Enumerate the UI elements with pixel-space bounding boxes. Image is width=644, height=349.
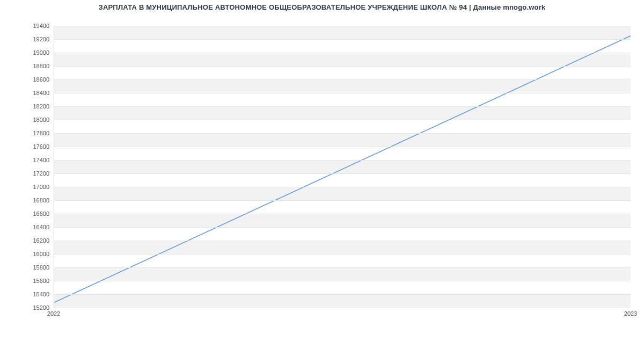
y-tick-label: 18000 [6, 117, 49, 123]
y-gridline [54, 26, 631, 26]
chart-title: ЗАРПЛАТА В МУНИЦИПАЛЬНОЕ АВТОНОМНОЕ ОБЩЕ… [0, 3, 644, 11]
y-tick-label: 15600 [6, 278, 49, 284]
y-gridline [54, 254, 631, 255]
plot-area [54, 26, 631, 308]
y-tick-label: 16400 [6, 224, 49, 230]
y-tick-label: 18400 [6, 90, 49, 96]
y-gridline [54, 147, 631, 147]
y-tick-label: 19000 [6, 49, 49, 56]
y-gridline [54, 160, 631, 161]
y-tick-label: 17800 [6, 130, 49, 136]
y-tick-label: 18200 [6, 103, 49, 110]
y-gridline [54, 39, 631, 40]
y-tick-label: 16200 [6, 237, 49, 244]
y-tick-label: 15200 [6, 304, 49, 311]
y-tick-label: 17000 [6, 184, 49, 190]
y-gridline [54, 120, 631, 120]
y-tick-label: 19400 [6, 23, 49, 29]
y-tick-label: 15800 [6, 264, 49, 271]
y-gridline [54, 173, 631, 174]
y-gridline [54, 93, 631, 93]
y-gridline [54, 227, 631, 228]
y-gridline [54, 294, 631, 295]
y-gridline [54, 308, 631, 308]
y-gridline [54, 79, 631, 80]
y-tick-label: 17600 [6, 143, 49, 150]
y-gridline [54, 200, 631, 201]
y-tick-label: 16000 [6, 251, 49, 257]
y-gridline [54, 53, 631, 53]
x-tick-label: 2023 [624, 310, 637, 317]
y-tick-label: 19200 [6, 36, 49, 42]
y-tick-label: 18800 [6, 63, 49, 69]
y-tick-label: 15400 [6, 291, 49, 297]
y-tick-label: 16800 [6, 197, 49, 203]
x-tick-label: 2022 [47, 310, 60, 317]
y-gridline [54, 267, 631, 268]
y-gridline [54, 281, 631, 281]
line-series [54, 36, 631, 303]
y-tick-label: 18600 [6, 76, 49, 83]
y-gridline [54, 241, 631, 241]
chart-series [54, 26, 631, 307]
y-tick-label: 17200 [6, 170, 49, 177]
y-gridline [54, 66, 631, 67]
salary-line-chart: ЗАРПЛАТА В МУНИЦИПАЛЬНОЕ АВТОНОМНОЕ ОБЩЕ… [0, 0, 644, 349]
y-gridline [54, 214, 631, 214]
y-tick-label: 17400 [6, 157, 49, 163]
y-gridline [54, 106, 631, 107]
y-gridline [54, 133, 631, 134]
y-tick-label: 16600 [6, 210, 49, 217]
y-gridline [54, 187, 631, 187]
